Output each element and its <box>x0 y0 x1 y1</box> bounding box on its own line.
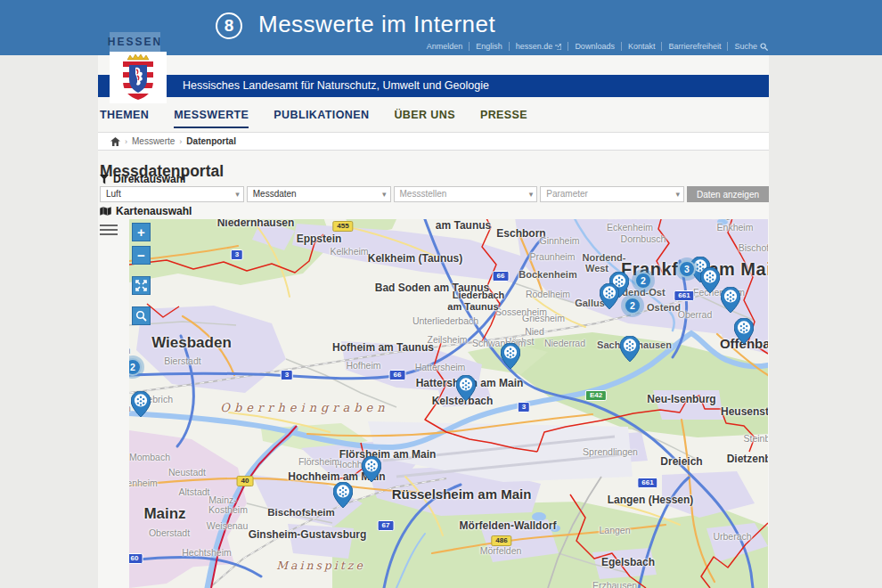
nav-item-themen[interactable]: THEMEN <box>100 109 149 128</box>
filter-select-messdaten[interactable]: Messdaten <box>247 186 391 202</box>
breadcrumb-separator: › <box>125 137 127 146</box>
station-pin[interactable] <box>600 283 619 309</box>
show-data-button[interactable]: Daten anzeigen <box>687 186 769 202</box>
hessen-coat-of-arms <box>110 52 167 103</box>
station-pin[interactable] <box>620 336 640 362</box>
search-icon <box>760 43 768 51</box>
nav-item-publikationen[interactable]: PUBLIKATIONEN <box>274 109 369 128</box>
top-link-english[interactable]: English <box>470 42 510 51</box>
zoom-out-button[interactable]: − <box>132 246 151 265</box>
filter-select-messstellen[interactable]: Messstellen <box>394 186 538 202</box>
kartenauswahl-header: Kartenauswahl <box>100 205 192 217</box>
map-search-button[interactable] <box>132 306 151 325</box>
top-link-anmelden[interactable]: Anmelden <box>421 42 470 51</box>
filter-row: LuftMessdatenMessstellenParameter Daten … <box>100 186 769 202</box>
filter-select-parameter[interactable]: Parameter <box>540 186 684 202</box>
hessen-wordmark: HESSEN <box>110 32 160 52</box>
breadcrumb-separator: › <box>179 137 182 146</box>
station-pin[interactable] <box>734 318 754 344</box>
direktauswahl-header: Direktauswahl <box>100 173 185 185</box>
station-pin[interactable] <box>333 482 353 508</box>
station-pin-icon <box>734 318 754 344</box>
map-base-tiles <box>129 219 768 588</box>
banner-title: Messwerte im Internet <box>258 11 495 38</box>
institution-bar: Hessisches Landesamt für Naturschutz, Um… <box>98 75 769 97</box>
coat-of-arms-icon <box>116 54 160 101</box>
station-pin-icon <box>620 336 640 362</box>
fullscreen-button[interactable] <box>132 276 151 295</box>
station-pin-icon <box>600 283 619 309</box>
map-canvas[interactable]: Niedernhausenam TaunusEppsteinKelkheim (… <box>129 219 768 588</box>
map-icon <box>100 207 111 216</box>
filter-icon <box>100 175 109 184</box>
main-nav: THEMENMESSWERTEPUBLIKATIONENÜBER UNSPRES… <box>100 109 527 128</box>
external-link-icon <box>555 44 561 50</box>
station-cluster[interactable]: 3 <box>678 260 696 278</box>
station-pin-icon <box>721 287 740 313</box>
station-pin-icon <box>131 391 151 417</box>
station-pin-icon <box>362 456 381 482</box>
station-pin-icon <box>333 482 353 508</box>
station-cluster[interactable]: 2 <box>624 297 641 314</box>
top-link-suche[interactable]: Suche <box>728 42 768 51</box>
search-icon <box>135 310 147 322</box>
station-pin[interactable] <box>721 287 740 313</box>
top-links: AnmeldenEnglishhessen.deDownloadsKontakt… <box>421 42 768 51</box>
step-badge: 8 <box>216 12 242 39</box>
breadcrumb-messwerte[interactable]: Messwerte <box>132 136 175 146</box>
selects-row: LuftMessdatenMessstellenParameter <box>100 186 684 202</box>
station-pin-icon <box>501 343 520 369</box>
breadcrumb: › Messwerte › Datenportal <box>98 132 769 151</box>
station-pin[interactable] <box>456 375 476 401</box>
station-cluster[interactable]: 2 <box>634 272 652 290</box>
top-link-kontakt[interactable]: Kontakt <box>622 42 663 51</box>
station-pin-icon <box>456 375 476 401</box>
station-pin[interactable] <box>362 456 381 482</box>
breadcrumb-datenportal: Datenportal <box>186 136 236 146</box>
top-link-barrierefreiheit[interactable]: Barrierefreiheit <box>662 42 728 51</box>
top-link-downloads[interactable]: Downloads <box>568 42 622 51</box>
layers-menu-button[interactable] <box>100 225 118 238</box>
nav-item-messwerte[interactable]: MESSWERTE <box>174 109 249 128</box>
station-pin[interactable] <box>700 267 720 293</box>
direktauswahl-label: Direktauswahl <box>113 173 185 185</box>
filter-select-luft[interactable]: Luft <box>100 186 244 202</box>
nav-item-beruns[interactable]: ÜBER UNS <box>394 109 454 128</box>
top-link-hessende[interactable]: hessen.de <box>510 42 569 51</box>
station-pin[interactable] <box>501 343 520 369</box>
expand-icon <box>135 280 147 291</box>
station-pin[interactable] <box>131 391 151 417</box>
kartenauswahl-label: Kartenauswahl <box>116 205 192 217</box>
nav-item-presse[interactable]: PRESSE <box>480 109 527 128</box>
station-pin-icon <box>700 267 720 293</box>
page: 8 Messwerte im Internet AnmeldenEnglishh… <box>0 0 882 588</box>
home-icon[interactable] <box>110 137 120 146</box>
zoom-in-button[interactable]: + <box>132 223 151 241</box>
